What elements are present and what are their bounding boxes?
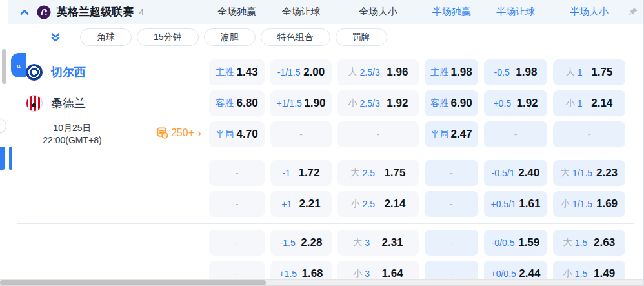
odds-selection-label: 大3 (353, 237, 370, 249)
odds-cell[interactable]: 大1.52.63 (553, 230, 625, 256)
match-datetime: 10月25日 22:00(GMT+8) (37, 122, 108, 147)
odds-cell[interactable]: -11.72 (270, 160, 332, 186)
pill-corners[interactable]: 角球 (80, 28, 132, 46)
rail-active-indicator (0, 147, 5, 170)
odds-value: 2.44 (519, 267, 540, 280)
away-team-row[interactable]: 桑德兰 (8, 90, 209, 116)
over-under-line: 3 (365, 238, 370, 248)
odds-cell[interactable]: -1/1.52.00 (270, 59, 332, 85)
odds-cell[interactable]: -0.51.98 (484, 59, 547, 85)
odds-cell[interactable]: 主胜1.98 (425, 59, 478, 85)
odds-selection-label: +1.5 (279, 269, 297, 279)
odds-cell[interactable]: 平局2.47 (425, 121, 478, 147)
group-separator (17, 154, 634, 154)
empty-dash: - (236, 168, 239, 178)
collapse-league-icon[interactable] (19, 7, 30, 17)
odds-value: 2.47 (451, 128, 472, 141)
odds-cell[interactable]: -1.52.28 (270, 230, 332, 256)
odds-cell-empty: - (425, 230, 478, 256)
empty-dash: - (377, 129, 380, 139)
odds-cell[interactable]: 大32.31 (337, 230, 419, 256)
odds-value: 1.92 (516, 97, 538, 110)
odds-cell[interactable]: 大2.51.75 (337, 160, 419, 186)
odds-selection-label: -1/1.5 (277, 67, 301, 77)
market-headers: 全场独赢 全场让球 全场大小 半场独赢 半场让球 半场大小 (209, 6, 625, 18)
odds-cell[interactable]: 主胜1.43 (209, 59, 265, 85)
odds-value: 2.40 (518, 167, 539, 179)
empty-dash: - (588, 129, 591, 139)
spacer-column (8, 230, 209, 286)
horizontal-scrollbar-thumb[interactable] (0, 280, 266, 285)
odds-grid-alt-1: --11.72大2.51.75--0.5/12.40大1/1.52.23-+12… (209, 160, 625, 217)
home-team-name: 切尔西 (51, 65, 86, 80)
odds-cell[interactable]: 客胜6.80 (209, 90, 265, 116)
odds-cell[interactable]: -0.5/12.40 (484, 160, 547, 186)
odds-cell[interactable]: 客胜6.90 (425, 90, 478, 116)
over-under-direction: 小 (566, 97, 575, 109)
league-name: 英格兰超级联赛 (57, 5, 134, 19)
odds-cell[interactable]: 大11.75 (553, 59, 625, 85)
odds-value: 1.61 (519, 198, 540, 210)
odds-selection-label: -1.5 (280, 238, 296, 248)
odds-cell[interactable]: 小1/1.51.69 (553, 191, 625, 217)
current-match-accent-bar (9, 147, 12, 170)
alt-odds-band-2: --1.52.28大32.31--0/0.51.59大1.52.63-+1.51… (8, 230, 643, 286)
odds-value: 2.23 (596, 167, 618, 179)
odds-selection-label: 主胜 (430, 66, 448, 78)
market-tab-ht-totals[interactable]: 半场大小 (553, 6, 625, 18)
alt-odds-band-1: --11.72大2.51.75--0.5/12.40大1/1.52.23-+12… (8, 160, 643, 217)
odds-selection-label: 小2.5 (350, 198, 374, 210)
expand-more-markets-icon[interactable] (50, 32, 61, 43)
odds-cell[interactable]: 小2.5/31.92 (337, 90, 419, 116)
pill-specials[interactable]: 特色组合 (261, 28, 330, 46)
market-tab-ht-handicap[interactable]: 半场让球 (484, 6, 547, 18)
odds-value: 1.75 (384, 167, 405, 179)
odds-cell-empty: - (270, 121, 332, 147)
pin-icon[interactable] (628, 6, 638, 17)
collapse-panel-tab[interactable]: « (11, 53, 26, 77)
odds-cell[interactable]: 平局4.70 (209, 121, 265, 147)
odds-cell-empty: - (553, 121, 625, 147)
league-match-count: 4 (139, 6, 144, 17)
odds-cell[interactable]: -0/0.51.59 (484, 230, 547, 256)
market-tab-ft-handicap[interactable]: 全场让球 (270, 6, 332, 18)
odds-cell[interactable]: +12.21 (270, 191, 332, 217)
odds-cell[interactable]: 大1/1.52.23 (553, 160, 625, 186)
market-tab-ft-1x2[interactable]: 全场独赢 (209, 6, 265, 18)
spacer-column (8, 160, 209, 217)
empty-dash: - (450, 199, 453, 209)
odds-value: 1.59 (518, 236, 539, 249)
more-markets-link[interactable]: 250+ › (156, 127, 201, 139)
odds-cell[interactable]: 大2.5/31.96 (337, 59, 419, 85)
league-header: 英格兰超级联赛 4 全场独赢 全场让球 全场大小 半场独赢 半场让球 半场大小 (8, 0, 643, 24)
odds-value: 1.96 (387, 66, 408, 79)
empty-dash: - (236, 238, 239, 248)
odds-cell[interactable]: +1/1.51.90 (270, 90, 332, 116)
over-under-line: 1/1.5 (572, 168, 592, 178)
market-tab-ht-1x2[interactable]: 半场独赢 (425, 6, 478, 18)
pill-correct-score[interactable]: 波胆 (204, 28, 256, 46)
odds-cell[interactable]: +0.51.92 (484, 90, 547, 116)
odds-selection-label: 平局 (216, 128, 234, 140)
over-under-line: 1/1.5 (572, 199, 592, 209)
empty-dash: - (236, 269, 239, 279)
odds-selection-label: 客胜 (430, 97, 448, 109)
odds-selection-label: 大1 (566, 66, 583, 78)
match-meta-row: 10月25日 22:00(GMT+8) 250+ (8, 121, 209, 147)
market-tab-ft-totals[interactable]: 全场大小 (337, 6, 419, 18)
more-markets-count: 250+ (171, 127, 194, 139)
odds-value: 2.14 (384, 198, 405, 210)
odds-selection-label: 小2.5/3 (348, 97, 380, 109)
vertical-scrollbar-thumb[interactable] (2, 49, 6, 84)
over-under-direction: 小 (350, 198, 359, 210)
odds-selection-label: 小1.5 (563, 268, 587, 280)
odds-cell[interactable]: 小12.14 (553, 90, 625, 116)
match-time: 22:00(GMT+8) (37, 134, 108, 147)
odds-value: 1.75 (591, 66, 612, 79)
pill-cards[interactable]: 罚牌 (336, 28, 387, 46)
market-toolbar: 角球 15分钟 波胆 特色组合 罚牌 (8, 24, 643, 50)
home-team-row[interactable]: 切尔西 (8, 59, 209, 85)
odds-cell[interactable]: 小2.52.14 (337, 191, 419, 217)
odds-cell[interactable]: +0.5/11.61 (484, 191, 547, 217)
pill-15min[interactable]: 15分钟 (137, 28, 199, 46)
